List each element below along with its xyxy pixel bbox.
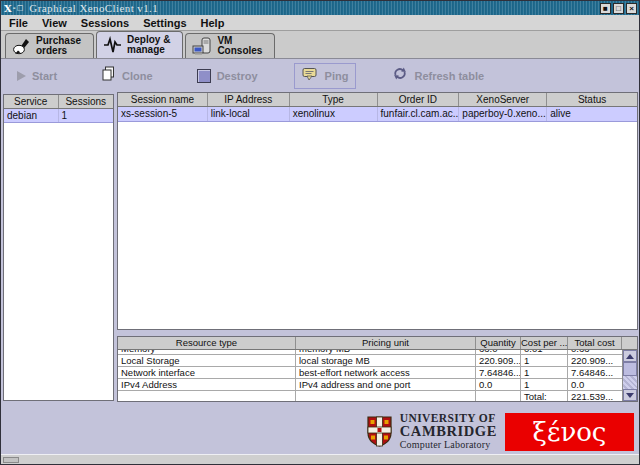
menu-settings[interactable]: Settings [143, 16, 186, 30]
destroy-icon [197, 69, 211, 83]
ping-icon [302, 67, 319, 85]
sessions-table-header: Session name IP Address Type Order ID Xe… [118, 93, 637, 107]
ping-button[interactable]: Ping [294, 63, 357, 89]
arrow-down-icon [626, 393, 634, 398]
clone-button[interactable]: Clone [93, 62, 161, 89]
table-row[interactable]: Network interface best-effort network ac… [118, 367, 622, 379]
column-header[interactable]: Pricing unit [296, 337, 476, 349]
scroll-up-button[interactable] [623, 350, 637, 362]
column-header[interactable]: Resource type [118, 337, 296, 349]
scrollbar-thumb[interactable] [623, 362, 637, 376]
tab-label: Deploy &manage [127, 35, 170, 55]
cambridge-crest-icon [367, 416, 392, 447]
toolbar: Start Clone Destroy [9, 62, 492, 89]
destroy-button[interactable]: Destroy [189, 65, 266, 87]
play-icon [17, 71, 26, 81]
xenos-logo: ξένος [505, 413, 634, 451]
window-menu-icon[interactable]: X-□ [4, 3, 24, 14]
window-title: Graphical XenoClient v1.1 [29, 2, 158, 15]
clone-icon [101, 66, 116, 85]
column-header[interactable]: Type [290, 93, 378, 106]
start-button[interactable]: Start [9, 66, 65, 86]
branding-area: UNIVERSITY OF CAMBRIDGE Computer Laborat… [367, 412, 634, 451]
table-row-total: Total: 221.539... [118, 391, 622, 401]
university-wordmark: UNIVERSITY OF CAMBRIDGE Computer Laborat… [400, 412, 497, 451]
menu-bar: File View Sessions Settings Help [1, 15, 639, 31]
menu-sessions[interactable]: Sessions [81, 16, 129, 30]
refresh-table-button[interactable]: Refresh table [384, 62, 492, 89]
table-row[interactable]: debian 1 [4, 109, 113, 123]
writing-hand-icon [12, 37, 31, 55]
deploy-manage-panel: Start Clone Destroy [1, 58, 639, 455]
menu-help[interactable]: Help [201, 16, 225, 30]
column-header[interactable]: Sessions [59, 95, 114, 108]
maximize-button[interactable]: □ [613, 3, 624, 14]
tab-label: Purchaseorders [36, 36, 81, 56]
scrollbar-corner [622, 337, 637, 349]
column-header[interactable]: XenoServer [459, 93, 547, 106]
resize-grip[interactable] [3, 457, 19, 463]
status-bar [1, 454, 639, 464]
resources-table: Resource type Pricing unit Quantity Cost… [117, 336, 638, 402]
resources-table-header: Resource type Pricing unit Quantity Cost… [118, 337, 637, 350]
services-table-header: Service Sessions [4, 95, 113, 109]
tab-purchase-orders[interactable]: Purchaseorders [5, 33, 94, 58]
table-row[interactable]: xs-session-5 link-local xenolinux funfai… [118, 107, 637, 122]
tab-label: VMConsoles [217, 36, 262, 56]
column-header[interactable]: Status [547, 93, 637, 106]
close-button[interactable]: × [626, 3, 637, 14]
services-table: Service Sessions debian 1 [3, 94, 114, 401]
column-header[interactable]: Order ID [378, 93, 460, 106]
table-row[interactable]: Local Storage local storage MB 220.909..… [118, 355, 622, 367]
resources-viewport: Memory memory MB 63.0 0.01 0.63 Local St… [118, 350, 622, 401]
menu-file[interactable]: File [9, 16, 28, 30]
vertical-scrollbar[interactable] [622, 350, 637, 401]
tab-vm-consoles[interactable]: VMConsoles [185, 33, 275, 58]
scroll-down-button[interactable] [623, 389, 637, 401]
pulse-icon [103, 36, 122, 54]
tab-deploy-manage[interactable]: Deploy &manage [96, 31, 183, 58]
sessions-table: Session name IP Address Type Order ID Xe… [117, 92, 638, 330]
computer-icon [192, 37, 212, 55]
column-header[interactable]: Quantity [476, 337, 521, 349]
title-bar[interactable]: X-□ Graphical XenoClient v1.1 ■ □ × [1, 1, 639, 15]
table-row[interactable]: IPv4 Address IPv4 address and one port 0… [118, 379, 622, 391]
column-header[interactable]: IP Address [208, 93, 290, 106]
minimize-button[interactable]: ■ [600, 3, 611, 14]
scrollbar-track[interactable] [623, 376, 637, 389]
column-header[interactable]: Service [4, 95, 59, 108]
column-header[interactable]: Session name [118, 93, 208, 106]
column-header[interactable]: Cost per ... [521, 337, 568, 349]
arrow-up-icon [626, 354, 634, 359]
column-header[interactable]: Total cost [568, 337, 622, 349]
application-window: X-□ Graphical XenoClient v1.1 ■ □ × File… [0, 0, 640, 465]
menu-view[interactable]: View [42, 16, 67, 30]
refresh-icon [392, 66, 408, 85]
tab-bar: Purchaseorders Deploy &manage [1, 31, 639, 58]
